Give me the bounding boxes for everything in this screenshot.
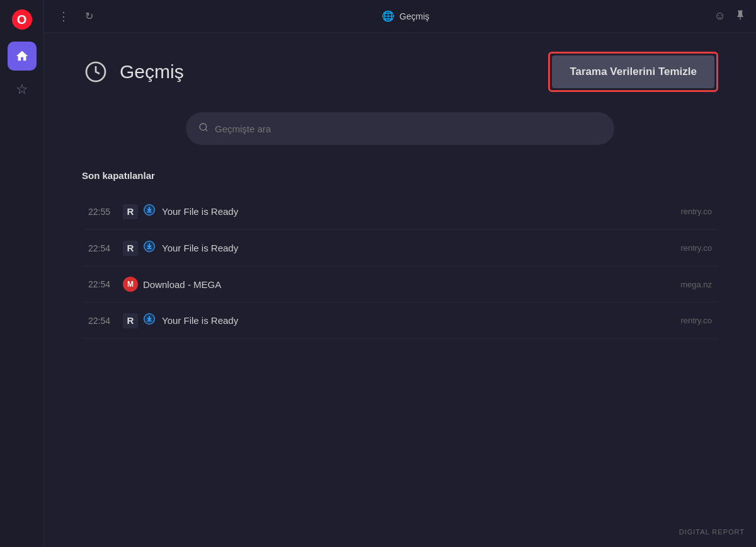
svg-point-1 (200, 124, 207, 130)
download-svg (143, 240, 156, 253)
menu-dots-button[interactable]: ⋮ (54, 7, 74, 26)
history-domain: rentry.co (680, 207, 712, 216)
main-area: ⋮ ↻ 🌐 Geçmiş ☺ (44, 0, 756, 547)
content-area: Geçmiş Tarama Verilerini Temizle Son kap… (44, 33, 756, 547)
history-title: Your File is Ready (162, 243, 680, 253)
history-time: 22:54 (88, 279, 123, 289)
emoji-button[interactable]: ☺ (714, 9, 726, 23)
watermark: DIGITAL REPORT (679, 528, 745, 536)
search-container (82, 112, 718, 145)
section-label: Son kapatılanlar (82, 170, 718, 181)
url-text: Geçmiş (399, 11, 429, 21)
search-icon (198, 122, 209, 135)
clear-data-button[interactable]: Tarama Verilerini Temizle (552, 55, 714, 88)
pin-button[interactable] (735, 9, 746, 23)
history-title: Your File is Ready (162, 206, 680, 217)
svg-line-2 (205, 129, 207, 131)
history-time: 22:54 (88, 243, 123, 253)
favicon-rentry: R (123, 241, 138, 256)
history-item[interactable]: 22:54 R Your File is Ready rentry.co (82, 230, 718, 267)
history-title: Download - MEGA (143, 279, 680, 290)
favicon-mega: M (123, 277, 138, 292)
history-list: 22:55 R Your File is Ready rentry.co 22:… (82, 193, 718, 339)
history-domain: rentry.co (680, 316, 712, 325)
download-icon (143, 313, 156, 328)
download-icon (143, 240, 156, 256)
download-icon (143, 204, 156, 219)
page-title: Geçmiş (120, 61, 184, 83)
opera-logo[interactable]: O (10, 8, 34, 32)
globe-icon: 🌐 (382, 10, 394, 22)
opera-logo-icon: O (12, 9, 32, 30)
clear-data-button-wrap: Tarama Verilerini Temizle (548, 52, 718, 92)
search-bar (186, 112, 614, 145)
toolbar: ⋮ ↻ 🌐 Geçmiş ☺ (44, 0, 756, 33)
address-bar[interactable]: 🌐 Geçmiş (105, 10, 707, 22)
history-title: Your File is Ready (162, 315, 680, 326)
history-item[interactable]: 22:54 R Your File is Ready rentry.co (82, 302, 718, 339)
sidebar-home-button[interactable] (8, 42, 37, 71)
sidebar: O ☆ (0, 0, 44, 547)
page-header: Geçmiş Tarama Verilerini Temizle (82, 52, 718, 92)
clock-icon (82, 58, 110, 86)
history-time: 22:55 (88, 207, 123, 217)
refresh-button[interactable]: ↻ (81, 8, 97, 25)
sidebar-bookmarks-button[interactable]: ☆ (9, 77, 35, 102)
favicon-rentry: R (123, 313, 138, 328)
history-domain: mega.nz (680, 280, 712, 289)
search-input[interactable] (215, 124, 602, 134)
download-svg (143, 313, 156, 325)
history-item[interactable]: 22:55 R Your File is Ready rentry.co (82, 193, 718, 230)
home-icon (15, 49, 29, 63)
pin-icon (735, 9, 746, 21)
page-title-area: Geçmiş (82, 58, 184, 86)
star-icon: ☆ (16, 81, 28, 98)
toolbar-right: ☺ (714, 9, 746, 23)
download-svg (143, 204, 156, 216)
clock-svg (84, 60, 107, 83)
history-item[interactable]: 22:54 M Download - MEGA mega.nz (82, 267, 718, 302)
history-domain: rentry.co (680, 243, 712, 253)
favicon-rentry: R (123, 204, 138, 219)
history-time: 22:54 (88, 316, 123, 326)
